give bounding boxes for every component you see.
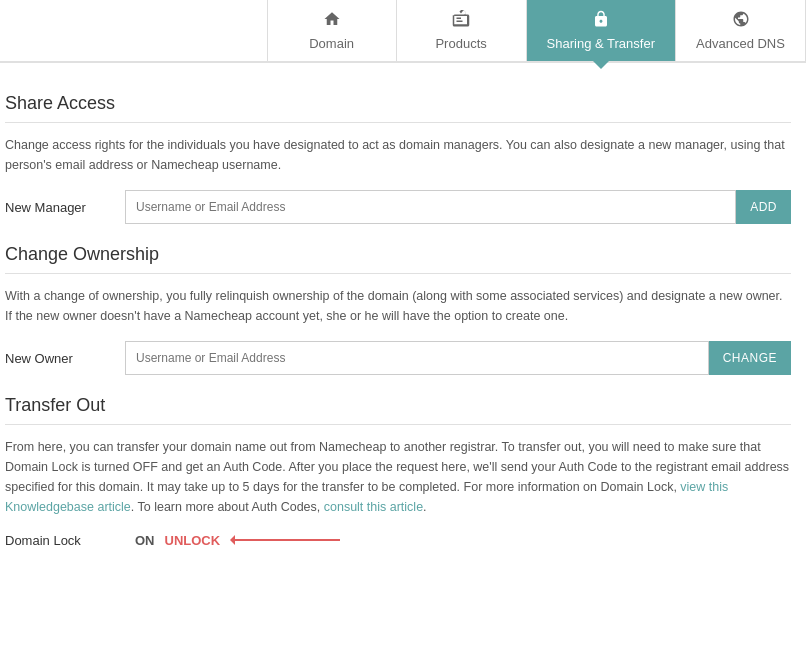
share-access-title: Share Access — [5, 93, 791, 114]
sharing-icon — [590, 10, 612, 31]
tab-products-label: Products — [435, 36, 486, 51]
tab-dns[interactable]: Advanced DNS — [676, 0, 806, 61]
domain-lock-label: Domain Lock — [5, 533, 125, 548]
new-owner-label: New Owner — [5, 351, 125, 366]
nav-tabs: Domain Products Sharing & Transfer — [267, 0, 806, 61]
change-ownership-title: Change Ownership — [5, 244, 791, 265]
new-manager-row: New Manager ADD — [5, 190, 791, 224]
domain-icon — [321, 10, 343, 31]
unlock-link[interactable]: UNLOCK — [165, 533, 221, 548]
dns-icon — [730, 10, 752, 31]
transfer-out-divider — [5, 424, 791, 425]
new-owner-row: New Owner CHANGE — [5, 341, 791, 375]
svg-marker-3 — [230, 535, 235, 545]
tab-sharing[interactable]: Sharing & Transfer — [527, 0, 676, 61]
products-icon — [450, 10, 472, 31]
new-manager-input[interactable] — [125, 190, 736, 224]
share-access-description: Change access rights for the individuals… — [5, 135, 791, 175]
transfer-desc-text2: . To learn more about Auth Codes, — [131, 500, 324, 514]
nav-wrapper: Domain Products Sharing & Transfer — [0, 0, 806, 63]
transfer-desc-text3: . — [423, 500, 426, 514]
domain-lock-row: Domain Lock ON UNLOCK — [5, 532, 791, 548]
tab-sharing-label: Sharing & Transfer — [547, 36, 655, 51]
transfer-desc-text1: From here, you can transfer your domain … — [5, 440, 789, 494]
new-manager-label: New Manager — [5, 200, 125, 215]
lock-status-on: ON — [135, 533, 155, 548]
transfer-out-title: Transfer Out — [5, 395, 791, 416]
tab-dns-label: Advanced DNS — [696, 36, 785, 51]
add-button[interactable]: ADD — [736, 190, 791, 224]
tab-products[interactable]: Products — [397, 0, 527, 61]
change-button[interactable]: CHANGE — [709, 341, 791, 375]
new-owner-input[interactable] — [125, 341, 709, 375]
auth-codes-link[interactable]: consult this article — [324, 500, 423, 514]
svg-rect-1 — [457, 21, 463, 23]
share-access-divider — [5, 122, 791, 123]
change-ownership-divider — [5, 273, 791, 274]
tab-domain[interactable]: Domain — [267, 0, 397, 61]
main-content: Share Access Change access rights for th… — [0, 63, 806, 563]
change-ownership-description: With a change of ownership, you fully re… — [5, 286, 791, 326]
transfer-out-description: From here, you can transfer your domain … — [5, 437, 791, 517]
svg-rect-0 — [457, 18, 462, 20]
arrow-icon — [230, 532, 350, 548]
tab-domain-label: Domain — [309, 36, 354, 51]
